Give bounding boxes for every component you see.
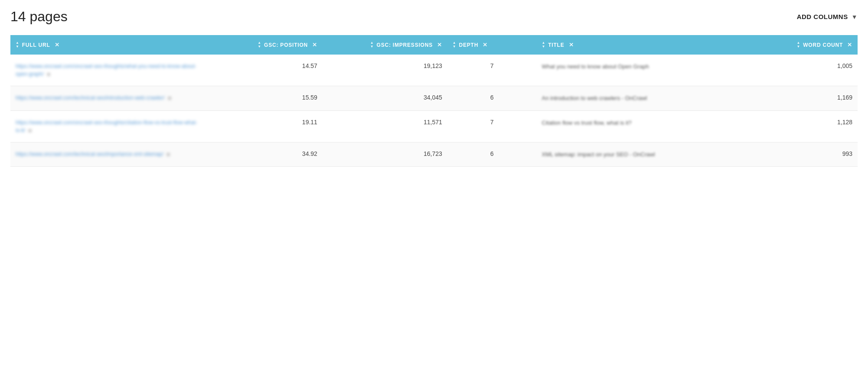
header-row: ▲ ▼ FULL URL ✕ ▲ ▼ — [10, 35, 858, 55]
col-header-gsc-position: ▲ ▼ GSC: POSITION ✕ — [207, 35, 323, 55]
cell-gsc-position: 15.59 — [207, 86, 323, 111]
external-link-icon: ⊞ — [168, 95, 171, 101]
cell-url: https://www.oncrawl.com/oncrawl-seo-thou… — [10, 55, 207, 86]
cell-word-count: 1,169 — [751, 86, 858, 111]
th-inner-url: ▲ ▼ FULL URL ✕ — [16, 41, 202, 48]
page-title: 14 pages — [10, 9, 68, 25]
remove-col-url-icon[interactable]: ✕ — [55, 42, 60, 48]
cell-url: https://www.oncrawl.com/oncrawl-seo-thou… — [10, 110, 207, 142]
header: 14 pages ADD COLUMNS ▼ — [10, 9, 858, 25]
remove-col-word-count-icon[interactable]: ✕ — [847, 42, 852, 48]
cell-depth: 7 — [447, 55, 537, 86]
cell-gsc-impressions: 34,045 — [323, 86, 447, 111]
cell-gsc-impressions: 19,123 — [323, 55, 447, 86]
cell-title: An introduction to web crawlers - OnCraw… — [537, 86, 751, 111]
external-link-icon: ⊞ — [28, 127, 32, 134]
title-text: XML sitemap: impact on your SEO - OnCraw… — [542, 151, 655, 158]
cell-depth: 6 — [447, 86, 537, 111]
col-label-title: TITLE — [548, 42, 564, 48]
url-link[interactable]: https://www.oncrawl.com/oncrawl-seo-thou… — [16, 120, 197, 133]
col-header-depth: ▲ ▼ DEPTH ✕ — [447, 35, 537, 55]
table-row: https://www.oncrawl.com/oncrawl-seo-thou… — [10, 110, 858, 142]
cell-title: XML sitemap: impact on your SEO - OnCraw… — [537, 142, 751, 167]
remove-col-depth-icon[interactable]: ✕ — [483, 42, 488, 48]
cell-gsc-impressions: 11,571 — [323, 110, 447, 142]
th-inner-gsc-imp: ▲ ▼ GSC: IMPRESSIONS ✕ — [328, 41, 442, 48]
cell-gsc-position: 14.57 — [207, 55, 323, 86]
th-inner-title: ▲ ▼ TITLE ✕ — [542, 41, 746, 48]
sort-icon-depth[interactable]: ▲ ▼ — [453, 41, 457, 48]
url-link[interactable]: https://www.oncrawl.com/oncrawl-seo-thou… — [16, 63, 196, 77]
table-row: https://www.oncrawl.com/technical-seo/im… — [10, 142, 858, 167]
col-label-depth: DEPTH — [459, 42, 479, 48]
cell-url: https://www.oncrawl.com/technical-seo/im… — [10, 142, 207, 167]
cell-gsc-impressions: 16,723 — [323, 142, 447, 167]
url-link[interactable]: https://www.oncrawl.com/technical-seo/im… — [16, 151, 170, 157]
title-text: Citation flow vs trust flow, what is it? — [542, 120, 632, 126]
table-row: https://www.oncrawl.com/technical-seo/in… — [10, 86, 858, 111]
sort-icon-url[interactable]: ▲ ▼ — [16, 41, 20, 48]
page-wrapper: 14 pages ADD COLUMNS ▼ ▲ ▼ FULL URL — [0, 0, 868, 375]
table-body: https://www.oncrawl.com/oncrawl-seo-thou… — [10, 55, 858, 167]
col-label-word-count: WORD COUNT — [803, 42, 843, 48]
col-label-gsc-impressions: GSC: IMPRESSIONS — [377, 42, 433, 48]
sort-icon-gsc-impressions[interactable]: ▲ ▼ — [370, 41, 374, 48]
sort-icon-title[interactable]: ▲ ▼ — [542, 41, 546, 48]
table: ▲ ▼ FULL URL ✕ ▲ ▼ — [10, 35, 858, 167]
col-label-gsc-position: GSC: POSITION — [264, 42, 308, 48]
add-columns-label: ADD COLUMNS — [797, 13, 848, 20]
title-text: What you need to know about Open Graph — [542, 63, 649, 70]
cell-word-count: 993 — [751, 142, 858, 167]
remove-col-title-icon[interactable]: ✕ — [569, 42, 574, 48]
table-row: https://www.oncrawl.com/oncrawl-seo-thou… — [10, 55, 858, 86]
th-inner-depth: ▲ ▼ DEPTH ✕ — [453, 41, 532, 48]
col-header-word-count: ▲ ▼ WORD COUNT ✕ — [751, 35, 858, 55]
col-header-title: ▲ ▼ TITLE ✕ — [537, 35, 751, 55]
sort-icon-gsc-position[interactable]: ▲ ▼ — [258, 41, 261, 48]
remove-col-gsc-impressions-icon[interactable]: ✕ — [437, 42, 442, 48]
cell-word-count: 1,128 — [751, 110, 858, 142]
sort-icon-word-count[interactable]: ▲ ▼ — [796, 41, 800, 48]
col-label-full-url: FULL URL — [22, 42, 50, 48]
cell-title: Citation flow vs trust flow, what is it? — [537, 110, 751, 142]
add-columns-button[interactable]: ADD COLUMNS ▼ — [797, 13, 858, 20]
th-inner-word-count: ▲ ▼ WORD COUNT ✕ — [756, 41, 852, 48]
cell-title: What you need to know about Open Graph — [537, 55, 751, 86]
external-link-icon: ⊞ — [166, 151, 170, 158]
data-table: ▲ ▼ FULL URL ✕ ▲ ▼ — [10, 35, 858, 167]
table-header: ▲ ▼ FULL URL ✕ ▲ ▼ — [10, 35, 858, 55]
col-header-gsc-impressions: ▲ ▼ GSC: IMPRESSIONS ✕ — [323, 35, 447, 55]
url-link[interactable]: https://www.oncrawl.com/technical-seo/in… — [16, 95, 171, 101]
th-inner-gsc-pos: ▲ ▼ GSC: POSITION ✕ — [212, 41, 317, 48]
title-text: An introduction to web crawlers - OnCraw… — [542, 95, 647, 101]
cell-gsc-position: 19.11 — [207, 110, 323, 142]
cell-word-count: 1,005 — [751, 55, 858, 86]
cell-depth: 6 — [447, 142, 537, 167]
chevron-down-icon: ▼ — [852, 13, 858, 20]
cell-gsc-position: 34.92 — [207, 142, 323, 167]
cell-url: https://www.oncrawl.com/technical-seo/in… — [10, 86, 207, 111]
external-link-icon: ⊞ — [47, 71, 50, 78]
cell-depth: 7 — [447, 110, 537, 142]
col-header-full-url: ▲ ▼ FULL URL ✕ — [10, 35, 207, 55]
remove-col-gsc-position-icon[interactable]: ✕ — [312, 42, 317, 48]
